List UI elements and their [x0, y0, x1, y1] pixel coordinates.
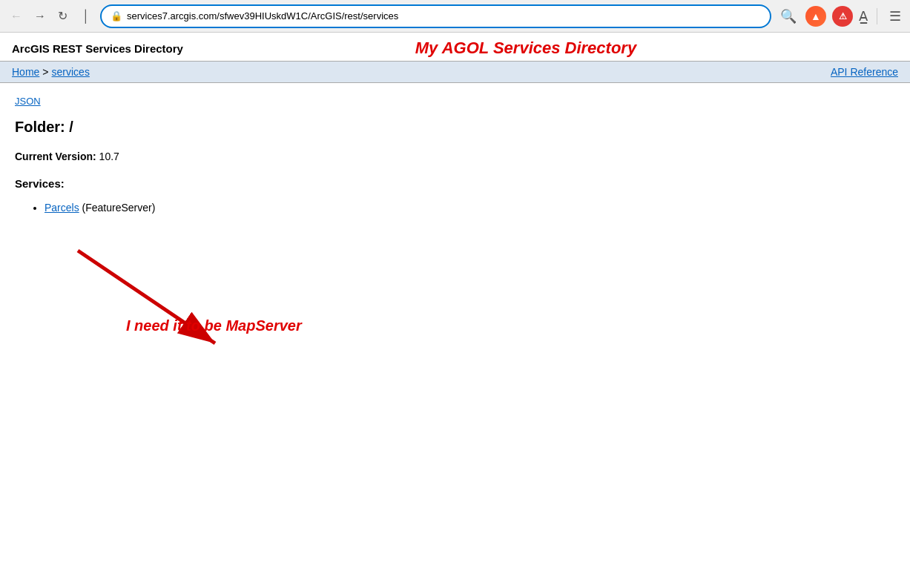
service-type-label: (FeatureServer) — [82, 202, 156, 214]
divider — [877, 8, 877, 24]
version-line: Current Version: 10.7 — [15, 151, 895, 162]
menu-button[interactable]: ☰ — [886, 5, 904, 27]
forward-button[interactable]: → — [30, 7, 50, 26]
address-bar[interactable] — [127, 10, 761, 22]
back-button[interactable]: ← — [6, 7, 27, 26]
folder-heading: Folder: / — [15, 119, 895, 136]
notification-icon: ⚠ — [832, 6, 853, 27]
service-list: Parcels (FeatureServer) — [15, 202, 895, 214]
breadcrumb-current[interactable]: services — [52, 66, 90, 78]
address-bar-container: 🔒 — [100, 4, 771, 28]
annotation-text: I need it to be MapServer — [126, 317, 302, 334]
page-header-top: ArcGIS REST Services Directory My AGOL S… — [0, 33, 910, 62]
search-button[interactable]: 🔍 — [777, 5, 799, 27]
main-content: JSON Folder: / Current Version: 10.7 Ser… — [0, 83, 910, 389]
browser-chrome: ← → ↻ │ 🔒 🔍 ▲ ⚠ A̲ ☰ — [0, 0, 910, 33]
browser-right-icons: 🔍 ▲ ⚠ A̲ ☰ — [777, 5, 904, 27]
api-reference-link[interactable]: API Reference — [831, 66, 898, 78]
breadcrumb-strip: Home > services API Reference — [0, 62, 910, 83]
annotation-area: I need it to be MapServer — [37, 228, 895, 377]
list-item: Parcels (FeatureServer) — [44, 202, 895, 214]
breadcrumb: Home > services — [12, 66, 90, 78]
json-link[interactable]: JSON — [15, 96, 41, 107]
bookmark-button[interactable]: │ — [78, 7, 94, 26]
nav-buttons: ← → ↻ — [6, 6, 72, 26]
translate-icon: A̲ — [859, 8, 868, 24]
breadcrumb-separator: > — [42, 66, 48, 78]
version-value: 10.7 — [99, 151, 119, 162]
version-label: Current Version: — [15, 151, 96, 162]
reload-button[interactable]: ↻ — [53, 6, 72, 26]
page-annotation: My AGOL Services Directory — [183, 39, 898, 58]
breadcrumb-home[interactable]: Home — [12, 66, 39, 78]
services-heading: Services: — [15, 177, 895, 190]
brave-icon: ▲ — [805, 6, 826, 27]
app-title: ArcGIS REST Services Directory — [12, 42, 183, 55]
lock-icon: 🔒 — [111, 10, 122, 22]
service-link-parcels[interactable]: Parcels — [44, 202, 79, 214]
annotation-arrow — [37, 228, 274, 362]
